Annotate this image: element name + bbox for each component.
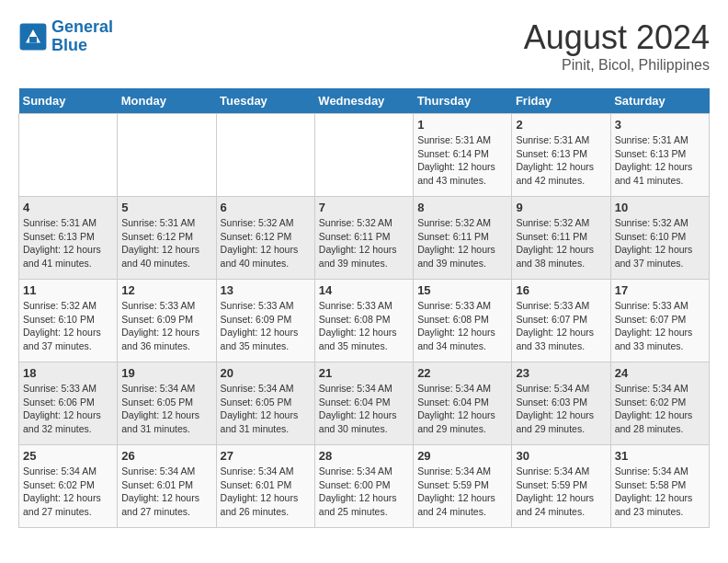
day-number: 4	[23, 201, 113, 214]
day-info: Sunrise: 5:33 AM Sunset: 6:09 PM Dayligh…	[121, 299, 211, 353]
day-number: 24	[615, 366, 705, 380]
calendar-cell: 8Sunrise: 5:32 AM Sunset: 6:11 PM Daylig…	[414, 197, 512, 280]
day-info: Sunrise: 5:31 AM Sunset: 6:14 PM Dayligh…	[417, 133, 507, 188]
calendar-cell: 29Sunrise: 5:34 AM Sunset: 5:59 PM Dayli…	[414, 445, 512, 528]
day-info: Sunrise: 5:34 AM Sunset: 5:58 PM Dayligh…	[615, 465, 705, 519]
calendar-cell: 2Sunrise: 5:31 AM Sunset: 6:13 PM Daylig…	[512, 114, 610, 197]
day-info: Sunrise: 5:32 AM Sunset: 6:11 PM Dayligh…	[516, 216, 606, 270]
day-number: 15	[417, 283, 507, 297]
day-info: Sunrise: 5:32 AM Sunset: 6:11 PM Dayligh…	[417, 216, 507, 270]
day-info: Sunrise: 5:33 AM Sunset: 6:06 PM Dayligh…	[23, 382, 113, 436]
header-day-saturday: Saturday	[610, 88, 709, 114]
day-info: Sunrise: 5:33 AM Sunset: 6:09 PM Dayligh…	[221, 299, 311, 353]
day-number: 22	[417, 366, 507, 380]
day-number: 30	[516, 449, 606, 463]
day-number: 18	[23, 366, 113, 380]
day-number: 11	[23, 283, 113, 297]
day-info: Sunrise: 5:34 AM Sunset: 5:59 PM Dayligh…	[516, 465, 606, 519]
calendar-title: August 2024	[524, 18, 710, 57]
calendar-cell: 28Sunrise: 5:34 AM Sunset: 6:00 PM Dayli…	[314, 445, 413, 528]
calendar-cell: 6Sunrise: 5:32 AM Sunset: 6:12 PM Daylig…	[216, 197, 314, 280]
day-info: Sunrise: 5:32 AM Sunset: 6:10 PM Dayligh…	[615, 216, 705, 270]
day-info: Sunrise: 5:34 AM Sunset: 6:02 PM Dayligh…	[615, 382, 705, 436]
calendar-cell	[118, 114, 216, 197]
logo-text: General Blue	[51, 18, 113, 55]
day-info: Sunrise: 5:33 AM Sunset: 6:07 PM Dayligh…	[615, 299, 705, 353]
week-row-1: 1Sunrise: 5:31 AM Sunset: 6:14 PM Daylig…	[19, 114, 710, 197]
day-number: 6	[221, 201, 311, 214]
week-row-2: 4Sunrise: 5:31 AM Sunset: 6:13 PM Daylig…	[19, 197, 710, 280]
header-day-tuesday: Tuesday	[216, 88, 314, 114]
calendar-cell: 5Sunrise: 5:31 AM Sunset: 6:12 PM Daylig…	[118, 197, 216, 280]
day-info: Sunrise: 5:33 AM Sunset: 6:08 PM Dayligh…	[417, 299, 507, 353]
day-number: 21	[319, 366, 409, 380]
day-info: Sunrise: 5:31 AM Sunset: 6:13 PM Dayligh…	[516, 133, 606, 188]
day-info: Sunrise: 5:32 AM Sunset: 6:12 PM Dayligh…	[221, 216, 311, 270]
calendar-cell: 31Sunrise: 5:34 AM Sunset: 5:58 PM Dayli…	[610, 445, 709, 528]
day-number: 3	[615, 118, 705, 132]
day-number: 10	[615, 201, 705, 214]
logo: General Blue	[18, 18, 113, 55]
calendar-cell: 27Sunrise: 5:34 AM Sunset: 6:01 PM Dayli…	[216, 445, 314, 528]
svg-rect-2	[29, 37, 37, 42]
calendar-cell: 20Sunrise: 5:34 AM Sunset: 6:05 PM Dayli…	[216, 362, 314, 445]
day-number: 2	[516, 118, 606, 132]
day-info: Sunrise: 5:34 AM Sunset: 6:03 PM Dayligh…	[516, 382, 606, 436]
calendar-cell: 22Sunrise: 5:34 AM Sunset: 6:04 PM Dayli…	[414, 362, 512, 445]
logo-line1: General	[51, 17, 113, 36]
logo-line2: Blue	[51, 36, 87, 54]
calendar-cell: 26Sunrise: 5:34 AM Sunset: 6:01 PM Dayli…	[118, 445, 216, 528]
calendar-cell: 11Sunrise: 5:32 AM Sunset: 6:10 PM Dayli…	[19, 280, 118, 362]
calendar-cell: 23Sunrise: 5:34 AM Sunset: 6:03 PM Dayli…	[512, 362, 610, 445]
calendar-cell: 1Sunrise: 5:31 AM Sunset: 6:14 PM Daylig…	[414, 114, 512, 197]
day-number: 29	[417, 449, 507, 463]
day-number: 12	[121, 283, 211, 297]
day-number: 16	[516, 283, 606, 297]
day-info: Sunrise: 5:31 AM Sunset: 6:13 PM Dayligh…	[23, 216, 113, 270]
day-number: 14	[319, 283, 409, 297]
day-number: 28	[319, 449, 409, 463]
day-info: Sunrise: 5:34 AM Sunset: 6:05 PM Dayligh…	[121, 382, 211, 436]
day-info: Sunrise: 5:34 AM Sunset: 6:01 PM Dayligh…	[221, 465, 311, 519]
day-info: Sunrise: 5:34 AM Sunset: 6:04 PM Dayligh…	[319, 382, 409, 436]
logo-icon	[18, 22, 48, 52]
calendar-cell: 16Sunrise: 5:33 AM Sunset: 6:07 PM Dayli…	[512, 280, 610, 362]
calendar-cell	[19, 114, 118, 197]
header-day-monday: Monday	[118, 88, 216, 114]
day-number: 23	[516, 366, 606, 380]
week-row-4: 18Sunrise: 5:33 AM Sunset: 6:06 PM Dayli…	[19, 362, 710, 445]
day-info: Sunrise: 5:34 AM Sunset: 5:59 PM Dayligh…	[417, 465, 507, 519]
calendar-cell: 21Sunrise: 5:34 AM Sunset: 6:04 PM Dayli…	[314, 362, 413, 445]
header-day-friday: Friday	[512, 88, 610, 114]
calendar-cell: 19Sunrise: 5:34 AM Sunset: 6:05 PM Dayli…	[118, 362, 216, 445]
calendar-subtitle: Pinit, Bicol, Philippines	[524, 57, 710, 74]
day-number: 5	[121, 201, 211, 214]
day-number: 25	[23, 449, 113, 463]
calendar-table: SundayMondayTuesdayWednesdayThursdayFrid…	[18, 88, 710, 528]
page-header: General Blue August 2024 Pinit, Bicol, P…	[18, 18, 710, 74]
header-day-wednesday: Wednesday	[314, 88, 413, 114]
calendar-header: SundayMondayTuesdayWednesdayThursdayFrid…	[19, 88, 710, 114]
calendar-cell: 10Sunrise: 5:32 AM Sunset: 6:10 PM Dayli…	[610, 197, 709, 280]
day-number: 17	[615, 283, 705, 297]
header-row: SundayMondayTuesdayWednesdayThursdayFrid…	[19, 88, 710, 114]
calendar-cell: 18Sunrise: 5:33 AM Sunset: 6:06 PM Dayli…	[19, 362, 118, 445]
day-info: Sunrise: 5:31 AM Sunset: 6:12 PM Dayligh…	[121, 216, 211, 270]
calendar-cell: 17Sunrise: 5:33 AM Sunset: 6:07 PM Dayli…	[610, 280, 709, 362]
calendar-cell: 13Sunrise: 5:33 AM Sunset: 6:09 PM Dayli…	[216, 280, 314, 362]
day-info: Sunrise: 5:34 AM Sunset: 6:01 PM Dayligh…	[121, 465, 211, 519]
calendar-cell: 12Sunrise: 5:33 AM Sunset: 6:09 PM Dayli…	[118, 280, 216, 362]
calendar-body: 1Sunrise: 5:31 AM Sunset: 6:14 PM Daylig…	[19, 114, 710, 528]
calendar-cell	[314, 114, 413, 197]
calendar-cell: 24Sunrise: 5:34 AM Sunset: 6:02 PM Dayli…	[610, 362, 709, 445]
day-number: 19	[121, 366, 211, 380]
header-day-thursday: Thursday	[414, 88, 512, 114]
day-number: 26	[121, 449, 211, 463]
day-info: Sunrise: 5:31 AM Sunset: 6:13 PM Dayligh…	[615, 133, 705, 188]
day-info: Sunrise: 5:34 AM Sunset: 6:04 PM Dayligh…	[417, 382, 507, 436]
day-number: 20	[221, 366, 311, 380]
header-day-sunday: Sunday	[19, 88, 118, 114]
day-number: 1	[417, 118, 507, 132]
day-info: Sunrise: 5:33 AM Sunset: 6:08 PM Dayligh…	[319, 299, 409, 353]
day-number: 27	[221, 449, 311, 463]
